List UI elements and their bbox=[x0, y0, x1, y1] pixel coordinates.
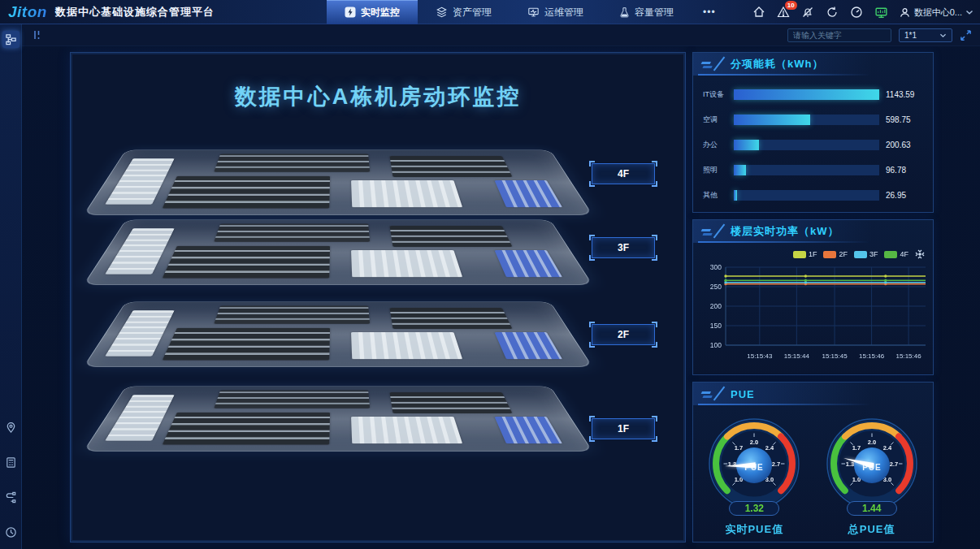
layout-select-value: 1*1 bbox=[904, 31, 917, 40]
power-panel: 楼层实时功率（kW） 1F2F3F4F 30025020015010015:15… bbox=[692, 219, 934, 375]
tab-label: 资产管理 bbox=[453, 6, 492, 19]
energy-bar-track bbox=[734, 165, 879, 175]
user-name: 数据中心0... bbox=[914, 6, 962, 19]
tab-ops[interactable]: 运维管理 bbox=[510, 0, 601, 24]
pue-gauge: 1.01.31.72.02.42.73.0PUE 1.32 实时PUE值 bbox=[698, 415, 810, 537]
left-sidebar bbox=[0, 24, 22, 549]
right-column: 分项能耗（kWh） IT设备1143.59空调598.75办公200.63照明9… bbox=[692, 52, 934, 543]
header-dashes-icon bbox=[699, 62, 715, 69]
chevron-down-icon bbox=[939, 32, 947, 38]
legend-item-1F[interactable]: 1F bbox=[793, 250, 817, 258]
energy-bar-fill bbox=[734, 165, 746, 175]
main-nav: 实时监控资产管理运维管理容量管理••• bbox=[327, 0, 727, 24]
meter-icon[interactable] bbox=[2, 454, 20, 471]
energy-bar-label: 照明 bbox=[703, 165, 734, 175]
floor-button-4F[interactable]: 4F bbox=[592, 163, 655, 184]
header-dashes-icon bbox=[699, 391, 715, 399]
energy-panel-header: 分项能耗（kWh） bbox=[693, 53, 933, 76]
power-chart-svg: 30025020015010015:15:4315:15:4415:15:451… bbox=[696, 261, 932, 371]
pue-panel-header: PUE bbox=[693, 383, 933, 405]
fullscreen-icon[interactable] bbox=[960, 29, 972, 41]
mute-icon[interactable] bbox=[801, 6, 815, 19]
energy-bar-label: 其他 bbox=[703, 190, 734, 201]
tab-capacity[interactable]: 容量管理 bbox=[601, 0, 692, 24]
app-root: Jiton 数据中心基础设施综合管理平台 实时监控资产管理运维管理容量管理•••… bbox=[0, 0, 980, 549]
dashboard-icon[interactable] bbox=[850, 6, 864, 19]
history-icon[interactable] bbox=[2, 524, 20, 541]
user-icon bbox=[899, 6, 911, 19]
layout-select[interactable]: 1*1 bbox=[899, 28, 952, 42]
legend-item-3F[interactable]: 3F bbox=[854, 250, 878, 258]
alarm-icon[interactable]: 10 bbox=[777, 6, 791, 19]
app-title: 数据中心基础设施综合管理平台 bbox=[55, 5, 215, 19]
energy-bar-track bbox=[734, 190, 879, 201]
svg-text:15:15:44: 15:15:44 bbox=[784, 352, 810, 360]
tab-label: 运维管理 bbox=[544, 6, 583, 19]
svg-text:1.7: 1.7 bbox=[735, 444, 743, 452]
floor-stack: 4F3F2F1F bbox=[71, 53, 685, 542]
svg-text:15:15:46: 15:15:46 bbox=[896, 352, 922, 360]
legend-label: 4F bbox=[900, 250, 908, 258]
floor-3d-4F bbox=[106, 119, 570, 240]
floor-button-3F[interactable]: 3F bbox=[592, 237, 655, 258]
floor-button-label: 2F bbox=[618, 329, 629, 340]
tab-label: 容量管理 bbox=[635, 6, 674, 19]
chevron-down-icon bbox=[965, 9, 973, 15]
svg-text:1.7: 1.7 bbox=[852, 444, 860, 452]
legend-swatch bbox=[793, 251, 806, 258]
chart-restore-icon[interactable] bbox=[915, 249, 925, 259]
search-input[interactable] bbox=[787, 28, 891, 42]
energy-bar-row: IT设备1143.59 bbox=[703, 82, 923, 107]
pue-gauges: 1.01.31.72.02.42.73.0PUE 1.32 实时PUE值 1.0… bbox=[693, 405, 933, 537]
pue-gauge-svg: 1.01.31.72.02.42.73.0PUE bbox=[816, 415, 928, 511]
tab-assets[interactable]: 资产管理 bbox=[418, 0, 510, 24]
location-icon[interactable] bbox=[2, 419, 20, 436]
panel-toggle-icon[interactable] bbox=[32, 29, 45, 41]
legend-item-4F[interactable]: 4F bbox=[884, 250, 908, 258]
top-navbar: Jiton 数据中心基础设施综合管理平台 实时监控资产管理运维管理容量管理•••… bbox=[0, 0, 980, 24]
svg-text:2.4: 2.4 bbox=[765, 444, 774, 452]
header-slash-icon bbox=[713, 57, 726, 71]
energy-bar-value: 26.95 bbox=[886, 191, 923, 200]
floor-button-2F[interactable]: 2F bbox=[592, 324, 655, 345]
power-panel-title: 楼层实时功率（kW） bbox=[731, 224, 839, 239]
legend-item-2F[interactable]: 2F bbox=[823, 250, 848, 258]
legend-label: 2F bbox=[839, 250, 848, 258]
svg-text:200: 200 bbox=[710, 302, 722, 310]
energy-bars: IT设备1143.59空调598.75办公200.63照明96.78其他26.9… bbox=[693, 76, 933, 208]
pue-gauge-svg: 1.01.31.72.02.42.73.0PUE bbox=[698, 415, 810, 511]
floor-3d-3F bbox=[106, 188, 570, 310]
energy-bar-value: 598.75 bbox=[886, 115, 923, 124]
home-icon[interactable] bbox=[752, 6, 766, 19]
brand-logo: Jiton bbox=[8, 3, 47, 21]
nav-more-button[interactable]: ••• bbox=[692, 0, 727, 24]
route-icon[interactable] bbox=[2, 489, 20, 506]
monitor-icon[interactable] bbox=[874, 6, 888, 19]
pue-panel-title: PUE bbox=[731, 388, 755, 400]
svg-text:15:15:43: 15:15:43 bbox=[747, 352, 773, 360]
legend-label: 3F bbox=[869, 250, 878, 258]
floor-button-label: 4F bbox=[618, 168, 629, 179]
energy-bar-track bbox=[734, 89, 879, 100]
energy-bar-value: 96.78 bbox=[886, 166, 923, 175]
energy-panel-title: 分项能耗（kWh） bbox=[731, 57, 823, 71]
floor-3d-2F bbox=[106, 270, 570, 392]
device-tree-icon[interactable] bbox=[2, 31, 20, 48]
energy-bar-row: 办公200.63 bbox=[703, 132, 923, 158]
tab-label: 实时监控 bbox=[361, 6, 400, 19]
legend-swatch bbox=[823, 251, 836, 258]
user-menu[interactable]: 数据中心0... bbox=[899, 6, 973, 19]
pue-panel: PUE 1.01.31.72.02.42.73.0PUE 1.32 实时PUE值… bbox=[692, 382, 934, 543]
energy-bar-value: 200.63 bbox=[886, 140, 923, 149]
scene-panel: 数据中心A栋机房动环监控 4F3F2F1F bbox=[70, 52, 686, 543]
svg-text:2.0: 2.0 bbox=[867, 439, 875, 446]
floor-button-1F[interactable]: 1F bbox=[592, 418, 655, 439]
refresh-icon[interactable] bbox=[826, 6, 839, 19]
tab-realtime[interactable]: 实时监控 bbox=[327, 0, 418, 24]
sidebar-bottom-icons bbox=[2, 413, 20, 541]
floor-button-label: 3F bbox=[618, 242, 629, 253]
pue-value-badge: 1.32 bbox=[729, 501, 779, 516]
energy-bar-row: 照明96.78 bbox=[703, 158, 923, 183]
topbar-icons: 10 数据中心0... bbox=[752, 0, 973, 24]
pue-gauge: 1.01.31.72.02.42.73.0PUE 1.44 总PUE值 bbox=[816, 415, 928, 537]
